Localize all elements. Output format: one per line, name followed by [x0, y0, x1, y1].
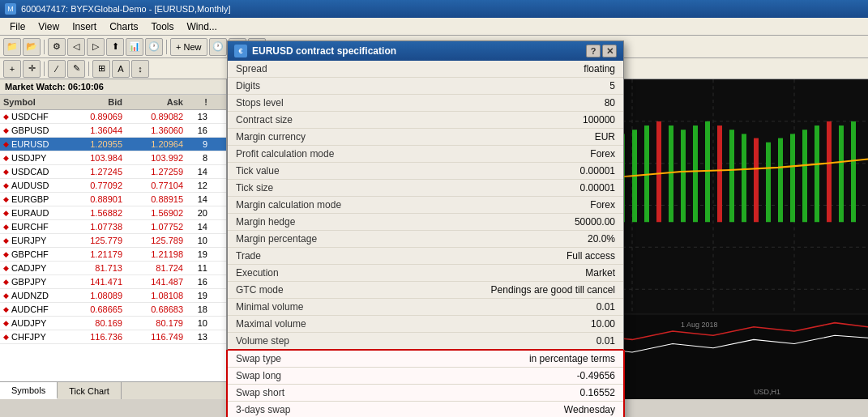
spec-label: Swap type [228, 350, 406, 368]
spec-row: GTC mode Pendings are good till cancel [228, 282, 623, 299]
spec-row: 3-days swap Wednesday [228, 402, 623, 418]
spec-row: Margin currency EUR [228, 129, 623, 146]
spec-label: Volume step [228, 333, 406, 351]
spec-label: Maximal volume [228, 316, 406, 333]
spec-value: 0.16552 [406, 385, 623, 402]
spec-value: 10.00 [406, 316, 623, 333]
spec-label: GTC mode [228, 282, 406, 299]
spec-row: Swap short 0.16552 [228, 385, 623, 402]
spec-value: 0.01 [406, 333, 623, 351]
dialog-help-btn[interactable]: ? [586, 45, 601, 57]
spec-label: Stops level [228, 95, 406, 112]
spec-table: Spread floating Digits 5 Stops level 80 … [228, 61, 623, 417]
spec-value: Wednesday [406, 402, 623, 418]
spec-value: floating [406, 61, 623, 78]
spec-value: Forex [406, 146, 623, 163]
spec-row: Margin hedge 50000.00 [228, 214, 623, 231]
dialog-body: Spread floating Digits 5 Stops level 80 … [228, 61, 623, 417]
spec-label: Execution [228, 265, 406, 282]
spec-label: Profit calculation mode [228, 146, 406, 163]
dialog-icon: € [234, 45, 247, 57]
spec-value: Full access [406, 248, 623, 265]
spec-row: Maximal volume 10.00 [228, 316, 623, 333]
spec-label: 3-days swap [228, 402, 406, 418]
spec-value: Market [406, 265, 623, 282]
spec-value: 80 [406, 95, 623, 112]
spec-label: Spread [228, 61, 406, 78]
spec-label: Minimal volume [228, 299, 406, 316]
dialog-title-text: EURUSD contract specification [252, 45, 396, 57]
spec-value: 5 [406, 78, 623, 95]
spec-row: Tick value 0.00001 [228, 163, 623, 180]
dialog-title-left: € EURUSD contract specification [234, 45, 396, 57]
spec-row: Digits 5 [228, 78, 623, 95]
spec-value: 0.01 [406, 299, 623, 316]
spec-label: Margin hedge [228, 214, 406, 231]
spec-value: 100000 [406, 112, 623, 129]
spec-label: Tick size [228, 180, 406, 197]
spec-label: Contract size [228, 112, 406, 129]
spec-label: Digits [228, 78, 406, 95]
spec-row: Swap type in percentage terms [228, 350, 623, 368]
dialog-close-btn[interactable]: ✕ [602, 45, 617, 57]
spec-row: Swap long -0.49656 [228, 368, 623, 385]
spec-value: -0.49656 [406, 368, 623, 385]
spec-row: Tick size 0.00001 [228, 180, 623, 197]
spec-row: Margin calculation mode Forex [228, 197, 623, 214]
spec-value: 20.0% [406, 231, 623, 248]
spec-value: 0.00001 [406, 163, 623, 180]
spec-row: Stops level 80 [228, 95, 623, 112]
spec-label: Margin percentage [228, 231, 406, 248]
spec-value: Pendings are good till cancel [406, 282, 623, 299]
spec-row: Execution Market [228, 265, 623, 282]
spec-row: Trade Full access [228, 248, 623, 265]
spec-value: Forex [406, 197, 623, 214]
spec-label: Trade [228, 248, 406, 265]
dialog-title-bar: € EURUSD contract specification ? ✕ [228, 41, 623, 61]
spec-label: Swap short [228, 385, 406, 402]
contract-spec-dialog: € EURUSD contract specification ? ✕ Spre… [227, 40, 624, 417]
spec-label: Margin currency [228, 129, 406, 146]
spec-value: in percentage terms [406, 350, 623, 368]
spec-row: Minimal volume 0.01 [228, 299, 623, 316]
spec-row: Spread floating [228, 61, 623, 78]
spec-value: 0.00001 [406, 180, 623, 197]
spec-row: Volume step 0.01 [228, 333, 623, 351]
dialog-title-buttons: ? ✕ [586, 45, 617, 57]
spec-label: Margin calculation mode [228, 197, 406, 214]
spec-value: EUR [406, 129, 623, 146]
spec-label: Swap long [228, 368, 406, 385]
spec-row: Profit calculation mode Forex [228, 146, 623, 163]
spec-label: Tick value [228, 163, 406, 180]
spec-value: 50000.00 [406, 214, 623, 231]
spec-row: Margin percentage 20.0% [228, 231, 623, 248]
modal-overlay: € EURUSD contract specification ? ✕ Spre… [0, 0, 868, 417]
spec-row: Contract size 100000 [228, 112, 623, 129]
